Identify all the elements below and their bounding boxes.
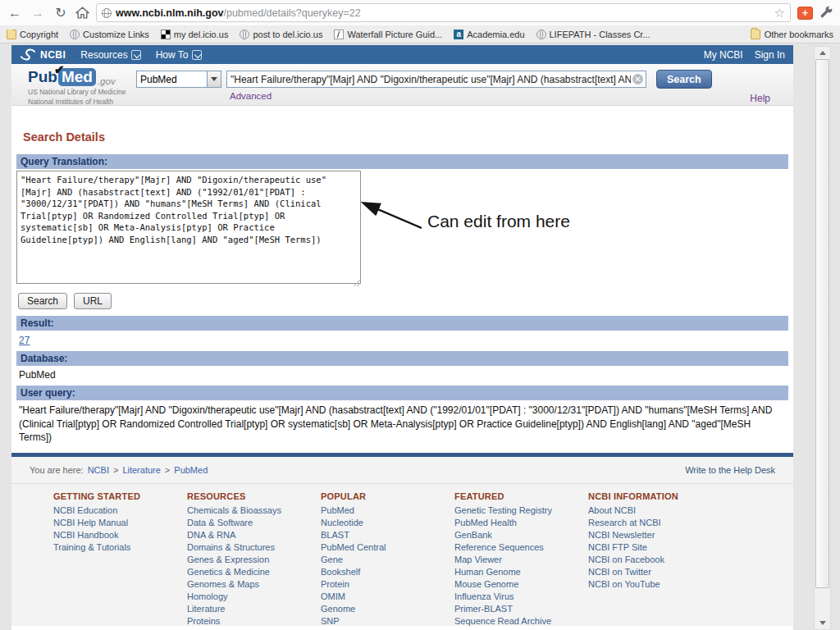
search-input[interactable] (226, 71, 646, 88)
footer-link[interactable]: Nucleotide (321, 517, 454, 529)
footer-link[interactable]: NCBI on Facebook (588, 554, 722, 566)
bookmark-favicon-icon (70, 30, 80, 39)
breadcrumb-item[interactable]: NCBI (88, 465, 109, 475)
bookmark-item[interactable]: Customize Links (70, 30, 149, 39)
sign-in-link[interactable]: Sign In (755, 49, 785, 61)
footer-link-list: Genetic Testing RegistryPubMed HealthGen… (454, 504, 588, 628)
bookmark-item[interactable]: LIFEPATH - Classes Cr... (536, 30, 651, 39)
footer-link[interactable]: Primer-BLAST (454, 603, 588, 615)
footer-link[interactable]: Human Genome (454, 566, 588, 578)
footer-link[interactable]: Domains & Structures (187, 541, 321, 554)
url-host: www.ncbi.nlm.nih.gov (116, 7, 223, 19)
breadcrumb-item[interactable]: PubMed (174, 465, 208, 475)
footer-link-list: PubMedNucleotideBLASTPubMed CentralGeneB… (321, 504, 454, 630)
footer-column-ncbi-information: NCBI INFORMATION About NCBIResearch at N… (588, 491, 722, 630)
bookmark-item[interactable]: Academia.edu (454, 30, 524, 39)
footer-link[interactable]: Genetics & Medicine (187, 566, 321, 578)
bookmark-item[interactable]: my del.icio.us (161, 30, 229, 39)
footer-link[interactable]: Reference Sequences (454, 541, 588, 554)
footer-link-list: Chemicals & BioassaysData & SoftwareDNA … (187, 504, 321, 630)
bookmark-item[interactable]: post to del.icio.us (240, 30, 322, 39)
footer-link[interactable]: Protein (321, 578, 454, 591)
how-to-menu[interactable]: How To (156, 49, 202, 61)
scroll-up-button[interactable] (815, 47, 830, 59)
url-button[interactable]: URL (74, 293, 112, 309)
footer-link[interactable]: Homology (187, 591, 321, 603)
footer-link[interactable]: Data & Software (187, 517, 321, 529)
folder-icon (751, 30, 760, 39)
forward-icon[interactable]: → (30, 6, 46, 21)
footer-link[interactable]: NCBI Handbook (53, 529, 187, 541)
breadcrumb-item[interactable]: Literature (122, 465, 160, 475)
breadcrumb-item[interactable]: > (165, 465, 170, 475)
pubmed-logo-gov: .gov (98, 76, 116, 86)
search-button[interactable]: Search (656, 70, 712, 89)
footer-link[interactable]: PubMed (321, 504, 454, 517)
footer-link[interactable]: Gene (321, 554, 454, 566)
footer-link[interactable]: NCBI Education (53, 504, 187, 517)
url-text[interactable]: www.ncbi.nlm.nih.gov/pubmed/details?quer… (116, 7, 770, 19)
ncbi-swoosh-icon (20, 48, 36, 61)
helpdesk-link[interactable]: Write to the Help Desk (685, 465, 775, 475)
my-ncbi-link[interactable]: My NCBI (704, 49, 743, 61)
database-select[interactable]: PubMed (136, 71, 221, 88)
ncbi-logo[interactable]: NCBI (20, 48, 66, 61)
footer-link[interactable]: NCBI on Twitter (588, 566, 722, 578)
back-icon[interactable]: ← (7, 6, 23, 21)
wrench-menu-icon[interactable] (819, 6, 833, 20)
select-dropdown-button[interactable] (207, 71, 221, 87)
query-translation-textarea[interactable]: "Heart Failure/therapy"[Majr] AND "Digox… (16, 171, 361, 284)
footer-link[interactable]: Mouse Genome (454, 578, 588, 591)
footer-link[interactable]: Proteins (187, 615, 321, 628)
advanced-link[interactable]: Advanced (230, 91, 272, 101)
footer-link[interactable]: Training & Tutorials (53, 541, 187, 554)
clear-search-icon[interactable]: ✕ (632, 74, 643, 84)
bookmark-label: LIFEPATH - Classes Cr... (550, 30, 651, 39)
scrollbar-thumb[interactable] (815, 59, 829, 588)
footer-link[interactable]: Research at NCBI (588, 517, 722, 529)
footer-link[interactable]: Map Viewer (454, 554, 588, 566)
footer-link[interactable]: Literature (187, 603, 321, 615)
footer-link[interactable]: Influenza Virus (454, 591, 588, 603)
details-search-button[interactable]: Search (18, 293, 67, 309)
result-header: Result: (16, 316, 788, 331)
footer-link[interactable]: Genes & Expression (187, 554, 321, 566)
footer-link[interactable]: DNA & RNA (187, 529, 321, 541)
bookmark-item[interactable]: Waterfall Picture Guid... (334, 30, 442, 39)
breadcrumb: You are here:NCBI>Literature>PubMed (30, 465, 208, 475)
footer-link[interactable]: NCBI FTP Site (588, 541, 722, 554)
bookmark-item[interactable]: Copyright (7, 30, 58, 39)
bookmark-star-icon[interactable]: ☆ (774, 6, 785, 21)
address-bar[interactable]: www.ncbi.nlm.nih.gov/pubmed/details?quer… (96, 3, 791, 22)
reload-icon[interactable]: ↻ (52, 5, 69, 21)
footer-link[interactable]: Genome (321, 603, 454, 615)
footer-link[interactable]: Sequence Read Archive (454, 615, 588, 628)
footer-link[interactable]: NCBI Help Manual (53, 517, 187, 529)
extension-plus-button[interactable]: + (797, 7, 813, 20)
footer-link[interactable]: NCBI Newsletter (588, 529, 722, 541)
footer-link[interactable]: OMIM (321, 591, 454, 603)
footer-link[interactable]: Chemicals & Bioassays (187, 504, 321, 517)
footer-link[interactable]: BLAST (321, 529, 454, 541)
result-count-link[interactable]: 27 (19, 335, 30, 346)
bookmark-favicon-icon (7, 30, 16, 39)
footer-link[interactable]: NCBI on YouTube (588, 578, 722, 591)
footer-link[interactable]: Genomes & Maps (187, 578, 321, 591)
breadcrumb-item[interactable]: > (113, 465, 118, 475)
home-icon[interactable] (75, 6, 89, 20)
pubmed-logo-med: ✔Med (58, 68, 96, 86)
resources-menu[interactable]: Resources (80, 49, 140, 61)
scroll-down-icon (819, 621, 826, 625)
pubmed-logo[interactable]: Pub✔Med.gov US National Library of Medic… (28, 68, 126, 106)
footer-link[interactable]: About NCBI (588, 504, 722, 517)
footer-link[interactable]: PubMed Central (321, 541, 454, 554)
footer-link[interactable]: PubMed Health (454, 517, 588, 529)
vertical-scrollbar[interactable] (814, 46, 831, 630)
footer-link[interactable]: Genetic Testing Registry (454, 504, 588, 517)
help-link[interactable]: Help (750, 93, 770, 104)
footer-link[interactable]: GenBank (454, 529, 588, 541)
footer-link[interactable]: SNP (321, 615, 454, 628)
other-bookmarks-button[interactable]: Other bookmarks (751, 30, 833, 39)
breadcrumb-item[interactable]: You are here: (30, 465, 84, 475)
footer-link[interactable]: Bookshelf (321, 566, 454, 578)
